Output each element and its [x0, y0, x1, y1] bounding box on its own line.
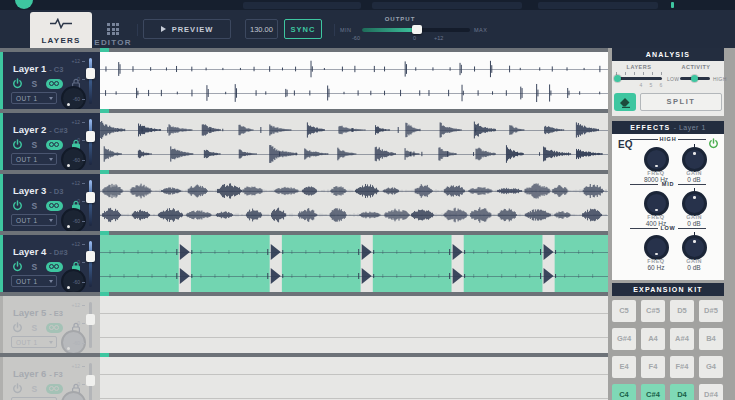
stereo-icon[interactable] [46, 323, 63, 333]
solo-button[interactable]: S [31, 323, 37, 333]
tab-layers[interactable]: LAYERS [30, 12, 92, 48]
fader-handle[interactable] [86, 131, 95, 142]
activity-slider-handle[interactable] [691, 75, 698, 82]
layer-fader[interactable]: +12 0 -60 [66, 300, 98, 350]
fader-handle[interactable] [86, 68, 95, 79]
kit-pad-as4[interactable]: A#4 [670, 328, 694, 350]
fader-track [89, 180, 92, 226]
chevron-down-icon [49, 158, 53, 161]
output-label: OUTPUT [372, 16, 428, 22]
layer-fader[interactable]: +12 0 -60 [66, 178, 98, 228]
kit-pad-cs4[interactable]: C#4 [641, 384, 665, 400]
window-top-strip [0, 0, 735, 10]
layer-header: Layer 1- C3 S OUT 1 +12 0 -60 [0, 52, 100, 109]
solo-button[interactable]: S [31, 140, 37, 150]
power-icon[interactable] [12, 322, 23, 333]
output-slider-handle[interactable] [412, 25, 422, 34]
stereo-icon[interactable] [46, 262, 63, 272]
power-icon[interactable] [12, 78, 23, 89]
chevron-down-icon [49, 280, 53, 283]
kit-pad-c5[interactable]: C5 [612, 300, 636, 322]
top-strip-control [372, 2, 522, 9]
kit-pad-e4[interactable]: E4 [612, 356, 636, 378]
power-icon[interactable] [12, 261, 23, 272]
out-select[interactable]: OUT 1 [11, 336, 57, 348]
layer-fader[interactable]: +12 0 -60 [66, 117, 98, 167]
kit-pad-ds4[interactable]: D#4 [699, 384, 723, 400]
effects-title: EFFECTS [630, 124, 670, 131]
layers-slider[interactable] [616, 77, 662, 80]
solo-button[interactable]: S [31, 262, 37, 272]
out-select[interactable]: OUT 1 [11, 153, 57, 165]
power-icon[interactable] [12, 200, 23, 211]
stereo-icon[interactable] [46, 201, 63, 211]
output-tick: +12 [434, 35, 443, 41]
solo-button[interactable]: S [31, 201, 37, 211]
out-select[interactable]: OUT 1 [11, 214, 57, 226]
app-logo-icon[interactable] [15, 0, 33, 9]
layer-note: - F3 [49, 370, 62, 379]
tab-editor[interactable]: EDITOR [93, 12, 133, 48]
kit-pad-c4[interactable]: C4 [612, 384, 636, 400]
high-freq-knob[interactable] [644, 147, 669, 172]
kit-pad-fs4[interactable]: F#4 [670, 356, 694, 378]
layer-fader[interactable]: +12 0 -60 [66, 56, 98, 106]
stereo-icon[interactable] [46, 384, 63, 394]
kit-pad-ds5[interactable]: D#5 [699, 300, 723, 322]
low-gain-knob[interactable] [682, 235, 707, 260]
kit-pad-gs4[interactable]: G#4 [612, 328, 636, 350]
kit-pad-g4[interactable]: G4 [699, 356, 723, 378]
kit-pad-d4[interactable]: D4 [670, 384, 694, 400]
waveform-display[interactable] [100, 174, 608, 231]
waveform-display[interactable] [100, 235, 608, 292]
split-button[interactable]: SPLIT [640, 93, 722, 111]
layer-color-strip [0, 52, 3, 109]
high-gain-knob[interactable] [682, 147, 707, 172]
kit-pad-a4[interactable]: A4 [641, 328, 665, 350]
activity-slider-label: ACTIVITY [668, 64, 724, 70]
erase-button[interactable] [614, 93, 636, 111]
fader-scale-label: +12 [72, 363, 85, 369]
mid-gain-knob[interactable] [682, 191, 707, 216]
stereo-icon[interactable] [46, 140, 63, 150]
mid-freq-knob[interactable] [644, 191, 669, 216]
kit-pad-f4[interactable]: F4 [641, 356, 665, 378]
sync-button[interactable]: SYNC [284, 19, 322, 39]
waveform-display[interactable] [100, 113, 608, 170]
tab-layers-label: LAYERS [30, 36, 92, 45]
fader-handle[interactable] [86, 251, 95, 262]
stereo-icon[interactable] [46, 79, 63, 89]
sync-label: SYNC [291, 25, 316, 34]
power-icon[interactable] [12, 139, 23, 150]
power-icon[interactable] [12, 383, 23, 394]
out-select-value: OUT 1 [16, 278, 38, 285]
out-select[interactable]: OUT 1 [11, 275, 57, 287]
fader-track [89, 241, 92, 287]
layer-color-strip [0, 296, 3, 353]
fader-handle[interactable] [86, 314, 95, 325]
kit-pad-cs5[interactable]: C#5 [641, 300, 665, 322]
fader-scale-label: 0 [77, 137, 85, 143]
layer-fader[interactable]: +12 0 -60 [66, 239, 98, 289]
out-select[interactable]: OUT 1 [11, 92, 57, 104]
low-freq-knob[interactable] [644, 235, 669, 260]
fader-scale-label: 0 [77, 198, 85, 204]
kit-pad-d5[interactable]: D5 [670, 300, 694, 322]
fader-scale-label: +12 [72, 241, 85, 247]
waveform-display[interactable] [100, 357, 608, 400]
waveform-display[interactable] [100, 52, 608, 109]
kit-pad-b4[interactable]: B4 [699, 328, 723, 350]
solo-button[interactable]: S [31, 79, 37, 89]
layer-fader[interactable]: +12 0 -60 [66, 361, 98, 400]
layers-tick-label: 4 [637, 82, 645, 88]
solo-button[interactable]: S [31, 384, 37, 394]
waveform-display[interactable] [100, 296, 608, 353]
preview-button[interactable]: PREVIEW [143, 19, 231, 39]
layers-slider-handle[interactable] [614, 75, 621, 82]
fader-handle[interactable] [86, 192, 95, 203]
fader-handle[interactable] [86, 375, 95, 386]
fader-scale-label: 0 [77, 320, 85, 326]
toolbar-divider [137, 24, 138, 36]
tempo-field[interactable]: 130.00 [245, 19, 278, 39]
layer-row: Layer 6- F3 S OUT 1 +12 0 -60 [0, 353, 608, 400]
